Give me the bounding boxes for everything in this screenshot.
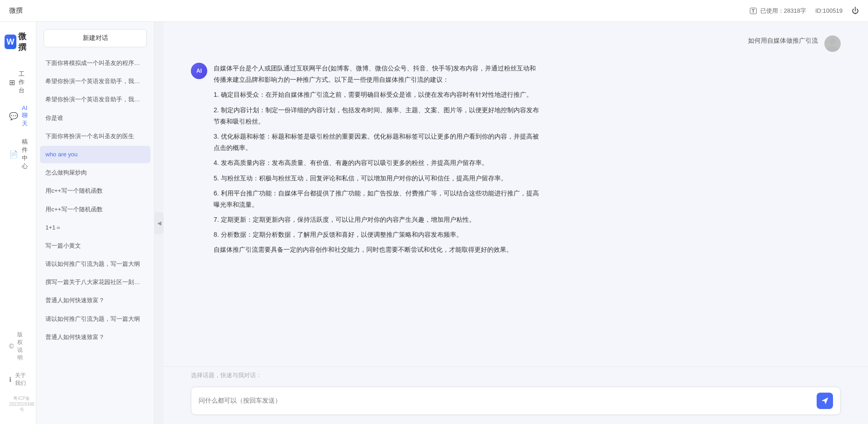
topbar-right: T 已使用：28318字 ID:100519 ⏻ [750,7,859,15]
history-item[interactable]: 你是谁 [40,110,150,127]
history-item[interactable]: 请以如何推广引流为题，写一篇大纲 [40,310,150,328]
new-chat-button[interactable]: 新建对话 [44,29,147,47]
id-text: ID:100519 [815,7,843,14]
ai-response-content: 自媒体平台是个人或团队通过互联网平台(如博客、微博、微信公众号、抖音、快手等)发… [214,63,541,256]
history-item[interactable]: 请以如何推广引流为题，写一篇大纲 [40,255,150,273]
ai-message-bubble: 自媒体平台是个人或团队通过互联网平台(如博客、微博、微信公众号、抖音、快手等)发… [214,63,541,259]
sidebar-item-mail-center[interactable]: 📄 稿件中心 [5,134,31,174]
topbar-title: 微撰 [9,6,750,15]
copyright-label: 版权说明 [17,331,27,362]
chat-sidebar: 新建对话 下面你将模拟成一个叫圣友的程序员，我说... 希望你扮演一个英语发音助… [36,22,155,424]
user-avatar [824,35,841,52]
chat-history-list: 下面你将模拟成一个叫圣友的程序员，我说... 希望你扮演一个英语发音助手，我提供… [36,55,154,424]
usage-t-icon: T [750,8,757,14]
main-layout: W 微撰 ⊞ 工作台 💬 AI聊天 📄 稿件中心 © 版权说明 [0,22,868,424]
collapse-sidebar-button[interactable]: ◀ [155,212,164,234]
logo-area: W 微撰 [0,31,36,53]
history-item-active[interactable]: who are you [40,146,150,163]
chat-main: 如何用自媒体做推广引流 AI 自媒体平台是个人或团队通过互联网平台(如博客、微博… [164,22,868,424]
history-item[interactable]: 1+1＝ [40,219,150,236]
history-item[interactable]: 希望你扮演一个英语发音助手，我提供给你... [40,73,150,90]
history-item[interactable]: 普通人如何快速致富？ [40,329,150,346]
chat-messages: 如何用自媒体做推广引流 AI 自媒体平台是个人或团队通过互联网平台(如博客、微博… [164,22,868,366]
message-row-user: 如何用自媒体做推广引流 [191,35,841,52]
send-button[interactable] [817,393,833,409]
sidebar-item-label: AI聊天 [22,105,28,128]
mail-icon: 📄 [9,150,18,159]
user-message-text: 如何用自媒体做推广引流 [748,37,818,44]
history-item[interactable]: 普通人如何快速致富？ [40,292,150,309]
usage-info: T 已使用：28318字 [750,7,806,15]
history-item[interactable]: 用c++写一个随机函数 [40,182,150,200]
nav-bottom: © 版权说明 ℹ 关于我们 粤ICP备2022019348号 [0,327,36,415]
sidebar-item-ai-chat[interactable]: 💬 AI聊天 [5,101,31,131]
usage-text: 已使用：28318字 [760,7,806,15]
ai-avatar-label: AI [196,68,202,74]
user-message-bubble: 如何用自媒体做推广引流 [748,35,818,46]
quick-topics-label: 选择话题，快速与我对话： [191,372,262,379]
sidebar-item-label: 工作台 [19,70,27,95]
about-item[interactable]: ℹ 关于我们 [5,368,31,391]
send-icon [821,397,829,405]
history-item[interactable]: 撰写一篇关于八大家花园社区一刻钟便民生... [40,274,150,291]
about-label: 关于我们 [15,372,27,387]
icp-text: 粤ICP备2022019348号 [5,394,39,415]
nav-items: ⊞ 工作台 💬 AI聊天 📄 稿件中心 [0,66,36,327]
logo-letter: W [6,37,14,47]
sidebar-item-label: 稿件中心 [22,138,28,170]
sidebar-item-workbench[interactable]: ⊞ 工作台 [5,66,31,98]
svg-point-1 [827,46,838,52]
logo-text: 微撰 [18,31,31,53]
ai-avatar: AI [191,63,207,79]
history-item[interactable]: 希望你扮演一个英语发音助手，我提供给你... [40,91,150,108]
chat-input[interactable] [199,395,812,406]
left-nav: W 微撰 ⊞ 工作台 💬 AI聊天 📄 稿件中心 © 版权说明 [0,22,36,424]
input-area [164,382,868,424]
history-item[interactable]: 用c++写一个随机函数 [40,201,150,218]
svg-point-0 [829,38,836,45]
history-item[interactable]: 写一篇小黄文 [40,237,150,254]
message-row-ai: AI 自媒体平台是个人或团队通过互联网平台(如博客、微博、微信公众号、抖音、快手… [191,63,841,259]
workbench-icon: ⊞ [9,78,15,87]
copyright-item[interactable]: © 版权说明 [5,327,31,365]
history-item[interactable]: 怎么做狗屎炒肉 [40,164,150,181]
power-icon[interactable]: ⏻ [852,7,859,15]
ai-chat-icon: 💬 [9,112,18,120]
history-item[interactable]: 下面你将扮演一个名叫圣友的医生 [40,128,150,145]
logo-icon: W [5,35,16,49]
input-box [191,387,841,415]
quick-topics: 选择话题，快速与我对话： [164,366,868,382]
copyright-icon: © [9,343,14,350]
history-item[interactable]: 下面你将模拟成一个叫圣友的程序员，我说... [40,55,150,72]
topbar: 微撰 T 已使用：28318字 ID:100519 ⏻ [0,0,868,22]
about-icon: ℹ [9,376,11,383]
